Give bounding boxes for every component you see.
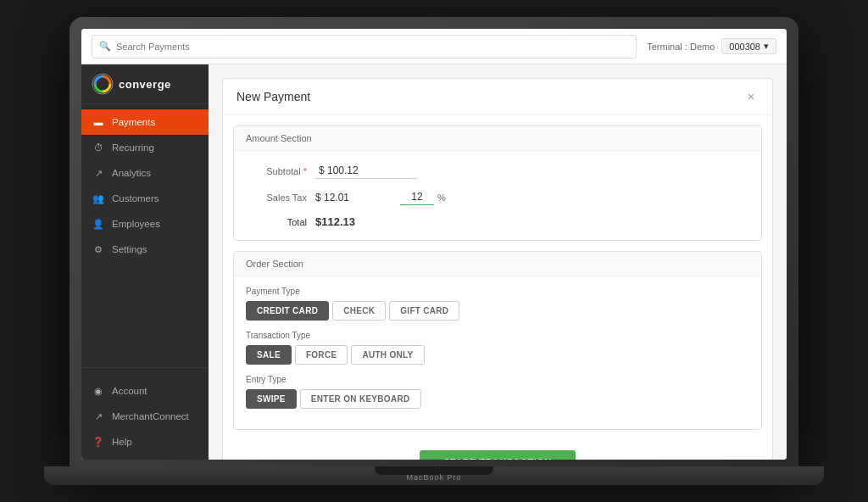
subtotal-label: Subtotal xyxy=(248,166,307,176)
sidebar-item-label: Account xyxy=(112,386,147,396)
total-value: $112.13 xyxy=(315,215,355,228)
payment-type-label: Payment Type xyxy=(246,287,749,296)
sidebar-item-customers[interactable]: 👥 Customers xyxy=(81,186,209,211)
total-row: Total $112.13 xyxy=(248,215,748,228)
sidebar-item-label: Customers xyxy=(112,193,159,204)
sidebar-item-payments[interactable]: ▬ Payments xyxy=(81,109,209,135)
sidebar-divider xyxy=(81,367,209,368)
top-bar: 🔍 Terminal : Demo 000308 ▾ xyxy=(81,29,787,64)
recurring-icon: ⏱ xyxy=(92,141,105,154)
btn-auth-only[interactable]: AUTH ONLY xyxy=(351,345,424,365)
sidebar-item-analytics[interactable]: ↗ Analytics xyxy=(81,160,209,186)
customers-icon: 👥 xyxy=(92,192,105,205)
subtotal-input[interactable] xyxy=(315,163,417,179)
sidebar-item-label: Settings xyxy=(112,244,147,254)
order-section-header: Order Section xyxy=(234,252,761,276)
sidebar-item-label: Help xyxy=(112,437,132,447)
close-button[interactable]: × xyxy=(743,89,759,104)
sidebar-item-help[interactable]: ❓ Help xyxy=(81,429,209,455)
subtotal-row: Subtotal xyxy=(248,163,748,179)
sidebar-nav: ▬ Payments ⏱ Recurring ↗ Analytics xyxy=(81,104,209,362)
sales-tax-value: $ 12.01 xyxy=(315,192,349,204)
amount-section-body: Subtotal Sales Tax $ 12.01 xyxy=(234,151,761,240)
order-section-body: Payment Type CREDIT CARD CHECK GIFT CARD… xyxy=(234,276,761,429)
btn-sale[interactable]: SALE xyxy=(246,345,292,365)
sidebar-item-settings[interactable]: ⚙ Settings xyxy=(81,237,209,262)
tax-rate-input[interactable] xyxy=(400,189,434,205)
content-area: converge ▬ Payments ⏱ Recurri xyxy=(81,64,787,460)
sidebar-item-merchantconnect[interactable]: ↗ MerchantConnect xyxy=(81,404,209,429)
logo-icon xyxy=(92,73,114,95)
modal-panel: New Payment × Amount Section Subtotal xyxy=(222,78,773,460)
start-btn-container: START TRANSACTION xyxy=(223,440,772,460)
main-content: New Payment × Amount Section Subtotal xyxy=(209,64,787,460)
sidebar-item-label: Payments xyxy=(112,117,155,127)
btn-force[interactable]: FORCE xyxy=(295,345,348,365)
btn-keyboard[interactable]: ENTER ON KEYBOARD xyxy=(300,389,421,409)
terminal-label: Terminal : Demo xyxy=(647,42,715,52)
analytics-icon: ↗ xyxy=(92,166,105,180)
total-label: Total xyxy=(248,217,307,227)
sales-tax-row: Sales Tax $ 12.01 % xyxy=(248,189,748,205)
sales-tax-label: Sales Tax xyxy=(248,192,307,203)
sidebar-item-label: MerchantConnect xyxy=(112,411,189,421)
sidebar-bottom: ◉ Account ↗ MerchantConnect ❓ Help xyxy=(81,373,209,460)
sidebar-item-label: Recurring xyxy=(112,142,154,153)
help-icon: ❓ xyxy=(92,435,105,449)
terminal-info: Terminal : Demo 000308 ▾ xyxy=(647,38,776,54)
sidebar-item-label: Employees xyxy=(112,219,160,229)
sidebar-item-employees[interactable]: 👤 Employees xyxy=(81,211,209,237)
sidebar-item-account[interactable]: ◉ Account xyxy=(81,378,209,404)
amount-section: Amount Section Subtotal Sales Tax xyxy=(233,126,762,241)
amount-section-header: Amount Section xyxy=(234,126,761,151)
search-icon: 🔍 xyxy=(99,41,111,52)
btn-credit-card[interactable]: CREDIT CARD xyxy=(246,301,329,321)
modal-title: New Payment xyxy=(236,90,310,103)
entry-type-label: Entry Type xyxy=(246,375,749,384)
transaction-type-group: SALE FORCE AUTH ONLY xyxy=(246,345,749,365)
pct-label: % xyxy=(437,192,446,203)
btn-check[interactable]: CHECK xyxy=(332,301,386,321)
terminal-id: 000308 xyxy=(729,42,760,52)
btn-swipe[interactable]: SWIPE xyxy=(246,389,297,409)
modal-header: New Payment × xyxy=(223,79,772,115)
tax-rate-group: % xyxy=(400,189,446,205)
btn-gift-card[interactable]: GIFT CARD xyxy=(389,301,459,321)
transaction-type-label: Transaction Type xyxy=(246,331,749,340)
sidebar: converge ▬ Payments ⏱ Recurri xyxy=(81,64,209,460)
sidebar-item-label: Analytics xyxy=(112,168,151,178)
payment-type-group: CREDIT CARD CHECK GIFT CARD xyxy=(246,301,749,321)
app-name: converge xyxy=(119,78,171,91)
sidebar-item-recurring[interactable]: ⏱ Recurring xyxy=(81,135,209,160)
entry-type-group: SWIPE ENTER ON KEYBOARD xyxy=(246,389,749,409)
search-box[interactable]: 🔍 xyxy=(92,35,637,59)
start-transaction-button[interactable]: START TRANSACTION xyxy=(420,450,575,460)
account-icon: ◉ xyxy=(92,384,105,398)
employees-icon: 👤 xyxy=(92,217,105,231)
order-section: Order Section Payment Type CREDIT CARD C… xyxy=(233,251,762,430)
terminal-badge[interactable]: 000308 ▾ xyxy=(721,38,776,54)
payments-icon: ▬ xyxy=(92,115,105,129)
sidebar-logo: converge xyxy=(81,64,209,104)
settings-icon: ⚙ xyxy=(92,243,105,256)
merchantconnect-icon: ↗ xyxy=(92,410,105,423)
search-input[interactable] xyxy=(116,42,629,52)
terminal-chevron-icon: ▾ xyxy=(764,41,769,52)
macbook-label: MacBook Pro xyxy=(406,473,461,482)
